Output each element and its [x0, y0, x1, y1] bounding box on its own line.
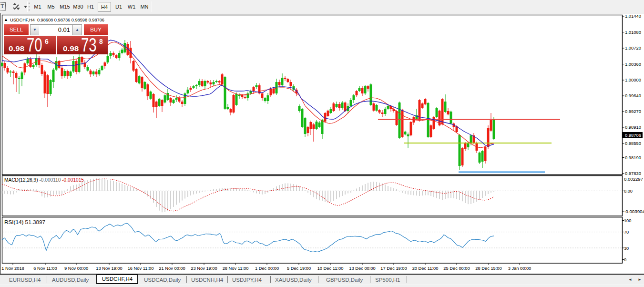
- svg-text:1 Dec 00:00: 1 Dec 00:00: [255, 266, 279, 271]
- svg-text:0.98550: 0.98550: [625, 141, 641, 146]
- svg-text:1 Nov 2018: 1 Nov 2018: [1, 266, 24, 271]
- svg-text:30: 30: [624, 246, 629, 251]
- svg-text:17 Dec 19:00: 17 Dec 19:00: [380, 266, 407, 271]
- svg-text:0.99640: 0.99640: [625, 93, 641, 98]
- svg-text:1.01440: 1.01440: [625, 14, 641, 19]
- svg-text:21 Nov 00:00: 21 Nov 00:00: [159, 266, 185, 271]
- svg-text:0.98910: 0.98910: [625, 125, 641, 130]
- svg-text:6 Nov 11:00: 6 Nov 11:00: [33, 266, 57, 271]
- svg-text:28 Nov 11:00: 28 Nov 11:00: [223, 266, 249, 271]
- svg-text:13 Dec 00:00: 13 Dec 00:00: [349, 266, 375, 271]
- svg-text:1.01080: 1.01080: [625, 30, 641, 35]
- svg-text:USDCHF,H4 0.98608 0.98736 0.9: USDCHF,H4 0.98608 0.98736 0.98598 0.9870…: [10, 17, 104, 22]
- svg-text:0.97830: 0.97830: [625, 171, 641, 176]
- svg-text:RSI(14) 51.3897: RSI(14) 51.3897: [4, 220, 45, 225]
- svg-text:100: 100: [624, 218, 631, 223]
- svg-text:0.99270: 0.99270: [625, 109, 641, 114]
- svg-text:9 Nov 00:00: 9 Nov 00:00: [64, 266, 88, 271]
- svg-text:MACD(12,26,9) -0.000110 -0.001: MACD(12,26,9) -0.000110 -0.001015: [4, 177, 84, 183]
- svg-text:70: 70: [624, 230, 629, 235]
- svg-text:5 Dec 19:00: 5 Dec 19:00: [287, 266, 311, 271]
- svg-text:1.00360: 1.00360: [625, 62, 641, 67]
- svg-text:0.002297: 0.002297: [624, 177, 643, 182]
- svg-text:0.00: 0.00: [624, 189, 633, 194]
- svg-text:0.98190: 0.98190: [625, 155, 641, 160]
- svg-text:0: 0: [624, 257, 626, 262]
- svg-text:0.98706: 0.98706: [625, 133, 641, 138]
- svg-text:10 Dec 11:00: 10 Dec 11:00: [317, 266, 344, 271]
- svg-text:16 Nov 11:00: 16 Nov 11:00: [128, 266, 154, 271]
- svg-text:3 Jan 00:00: 3 Jan 00:00: [508, 266, 532, 271]
- svg-text:-0.003904: -0.003904: [624, 209, 644, 214]
- svg-text:1.00000: 1.00000: [625, 78, 641, 82]
- svg-text:13 Nov 19:00: 13 Nov 19:00: [96, 266, 122, 271]
- svg-text:20 Dec 11:00: 20 Dec 11:00: [412, 266, 439, 271]
- svg-text:25 Dec 00:00: 25 Dec 00:00: [443, 266, 470, 271]
- svg-text:28 Dec 15:00: 28 Dec 15:00: [475, 266, 501, 271]
- svg-text:23 Nov 19:00: 23 Nov 19:00: [191, 266, 217, 271]
- svg-text:1.00720: 1.00720: [625, 46, 641, 51]
- svg-text:▲: ▲: [4, 17, 8, 22]
